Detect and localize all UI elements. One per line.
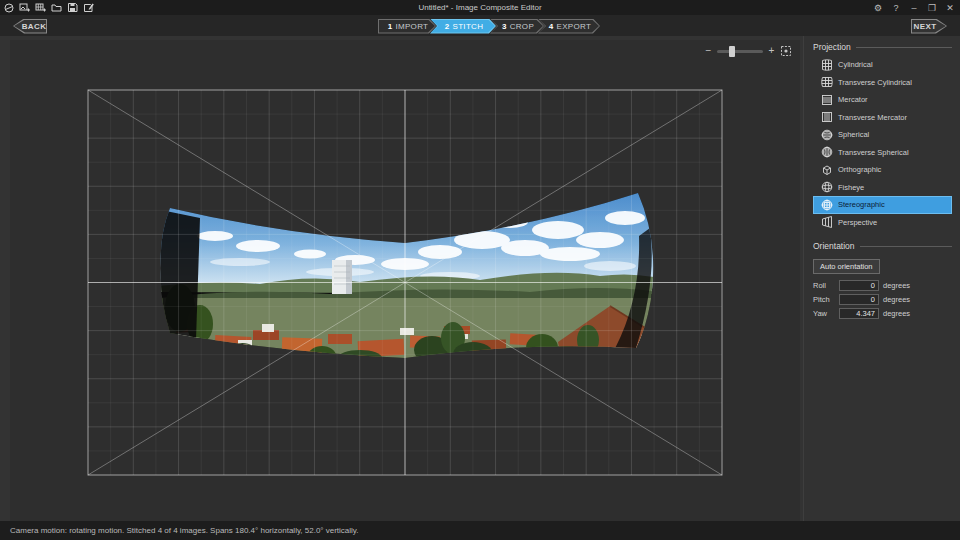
save-as-icon[interactable] [83, 2, 94, 13]
projection-item-stereographic[interactable]: Stereographic [813, 196, 952, 214]
step-import[interactable]: 1IMPORT [378, 19, 436, 34]
restore-window-icon[interactable]: ❐ [925, 2, 939, 14]
close-icon[interactable]: ✕ [943, 2, 957, 14]
step-export[interactable]: 4EXPORT [538, 19, 600, 34]
main-area: − + Projection Cylindrical Transverse Cy… [0, 36, 960, 521]
projection-item-transverse-spherical[interactable]: Transverse Spherical [813, 144, 952, 162]
next-button[interactable]: NEXT [911, 19, 947, 34]
projection-item-spherical[interactable]: Spherical [813, 126, 952, 144]
zoom-control: − + [704, 45, 792, 57]
perspective-projection-icon [816, 214, 838, 230]
fisheye-projection-icon [816, 179, 838, 195]
roll-field-row: Roll degrees [813, 280, 952, 291]
projection-item-mercator[interactable]: Mercator [813, 91, 952, 109]
transverse-cylindrical-projection-icon [816, 74, 838, 90]
titlebar: Untitled* - Image Composite Editor ⚙ ? –… [0, 0, 960, 15]
zoom-slider[interactable] [717, 50, 763, 53]
projection-item-transverse-mercator[interactable]: Transverse Mercator [813, 109, 952, 127]
projection-item-transverse-cylindrical[interactable]: Transverse Cylindrical [813, 74, 952, 92]
projection-item-cylindrical[interactable]: Cylindrical [813, 56, 952, 74]
zoom-in-button[interactable]: + [767, 46, 776, 56]
minimize-icon[interactable]: – [907, 2, 921, 14]
auto-orientation-button[interactable]: Auto orientation [813, 259, 880, 274]
pitch-input[interactable] [839, 294, 879, 305]
projection-item-orthographic[interactable]: Orthographic [813, 161, 952, 179]
projection-item-perspective[interactable]: Perspective [813, 214, 952, 232]
step-stitch[interactable]: 2STITCH [430, 19, 496, 34]
fit-to-view-icon[interactable] [780, 45, 792, 57]
zoom-out-button[interactable]: − [704, 46, 713, 56]
titlebar-toolbar [0, 2, 94, 13]
zoom-slider-thumb[interactable] [729, 46, 735, 57]
settings-gear-icon[interactable]: ⚙ [871, 2, 885, 14]
stereographic-projection-icon [816, 197, 838, 213]
step-crop[interactable]: 3CROP [490, 19, 544, 34]
orientation-section: Orientation Auto orientation Roll degree… [813, 241, 952, 319]
settings-panel: Projection Cylindrical Transverse Cylind… [803, 36, 960, 521]
status-text: Camera motion: rotating motion. Stitched… [10, 526, 359, 535]
cylindrical-projection-icon [816, 57, 838, 73]
yaw-input[interactable] [839, 308, 879, 319]
projection-list: Cylindrical Transverse Cylindrical Merca… [813, 56, 952, 231]
pitch-field-row: Pitch degrees [813, 294, 952, 305]
projection-item-fisheye[interactable]: Fisheye [813, 179, 952, 197]
tower-building [332, 260, 352, 294]
step-navbar: BACK 1IMPORT 2STITCH 3CROP 4EXPORT NEXT [0, 15, 960, 36]
new-structured-panorama-icon[interactable] [35, 2, 46, 13]
spherical-projection-icon [816, 127, 838, 143]
yaw-field-row: Yaw degrees [813, 308, 952, 319]
open-file-icon[interactable] [51, 2, 62, 13]
projection-section-header: Projection [813, 42, 952, 52]
wizard-steps: 1IMPORT 2STITCH 3CROP 4EXPORT [378, 19, 600, 34]
orientation-section-header: Orientation [813, 241, 952, 251]
window-title: Untitled* - Image Composite Editor [0, 0, 960, 15]
save-icon[interactable] [67, 2, 78, 13]
stitch-preview-canvas[interactable]: − + [10, 40, 800, 521]
panorama-preview [10, 40, 800, 521]
app-logo-icon [3, 2, 14, 13]
back-button[interactable]: BACK [13, 19, 47, 34]
status-bar: Camera motion: rotating motion. Stitched… [0, 521, 960, 540]
transverse-mercator-projection-icon [816, 109, 838, 125]
help-icon[interactable]: ? [889, 2, 903, 14]
roll-input[interactable] [839, 280, 879, 291]
orthographic-projection-icon [816, 162, 838, 178]
transverse-spherical-projection-icon [816, 144, 838, 160]
new-panorama-icon[interactable] [19, 2, 30, 13]
mercator-projection-icon [816, 92, 838, 108]
